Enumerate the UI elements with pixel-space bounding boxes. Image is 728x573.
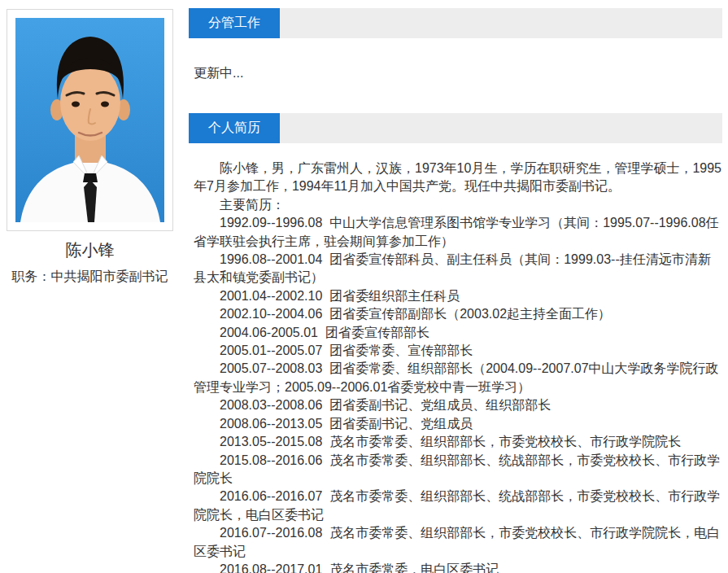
photo-frame xyxy=(7,9,173,231)
resume-entry: 2004.06-2005.01 团省委宣传部部长 xyxy=(194,324,722,342)
content-column: 分管工作 更新中... 个人简历 陈小锋，男，广东雷州人，汉族，1973年10月… xyxy=(189,8,722,573)
resume-entry: 2008.06--2013.05 团省委副书记、党组成员 xyxy=(194,415,722,433)
official-position: 职务：中共揭阳市委副书记 xyxy=(7,269,173,285)
resume-entry: 2016.07--2016.08 茂名市委常委、组织部部长，市委党校校长、市行政… xyxy=(194,524,722,561)
section-duties-header: 分管工作 xyxy=(189,8,722,38)
resume-intro-paragraph: 陈小锋，男，广东雷州人，汉族，1973年10月生，学历在职研究生，管理学硕士，1… xyxy=(194,160,722,196)
resume-entry: 2013.05--2015.08 茂名市委常委、组织部部长，市委党校校长、市行政… xyxy=(194,433,722,451)
official-portrait-photo xyxy=(15,18,164,222)
left-column: 陈小锋 职务：中共揭阳市委副书记 xyxy=(0,0,189,285)
resume-entry: 2016.06--2016.07 茂名市委常委、组织部部长、统战部部长，市委党校… xyxy=(194,488,722,524)
section-duties: 分管工作 更新中... xyxy=(189,8,722,113)
section-resume: 个人简历 陈小锋，男，广东雷州人，汉族，1973年10月生，学历在职研究生，管理… xyxy=(189,113,722,573)
resume-entry: 1992.09--1996.08 中山大学信息管理系图书馆学专业学习（其间：19… xyxy=(194,214,722,251)
resume-entry: 2001.04--2002.10 团省委组织部主任科员 xyxy=(194,287,722,305)
section-resume-title: 个人简历 xyxy=(189,113,280,143)
section-duties-body: 更新中... xyxy=(189,38,722,113)
profile-page: 陈小锋 职务：中共揭阳市委副书记 分管工作 更新中... 个人简历 陈小锋，男，… xyxy=(0,0,728,573)
resume-subheading: 主要简历： xyxy=(194,196,722,214)
section-resume-body: 陈小锋，男，广东雷州人，汉族，1973年10月生，学历在职研究生，管理学硕士，1… xyxy=(189,143,722,573)
duties-status-text: 更新中... xyxy=(194,66,722,81)
resume-entry: 2005.01--2005.07 团省委常委、宣传部部长 xyxy=(194,342,722,360)
section-duties-title: 分管工作 xyxy=(189,8,280,38)
section-resume-header: 个人简历 xyxy=(189,113,722,143)
official-name: 陈小锋 xyxy=(7,241,173,259)
resume-entry: 1996.08--2001.04 团省委宣传部科员、副主任科员（其间：1999.… xyxy=(194,251,722,287)
resume-entry: 2008.03--2008.06 团省委副书记、党组成员、组织部部长 xyxy=(194,396,722,414)
resume-entry: 2015.08--2016.06 茂名市委常委、组织部部长、统战部部长，市委党校… xyxy=(194,452,722,488)
resume-entry: 2002.10--2004.06 团省委宣传部副部长（2003.02起主持全面工… xyxy=(194,305,722,323)
resume-entry: 2005.07--2008.03 团省委常委、组织部部长（2004.09--20… xyxy=(194,360,722,396)
resume-entry: 2016.08--2017.01 茂名市委常委，电白区委书记 xyxy=(194,561,722,573)
